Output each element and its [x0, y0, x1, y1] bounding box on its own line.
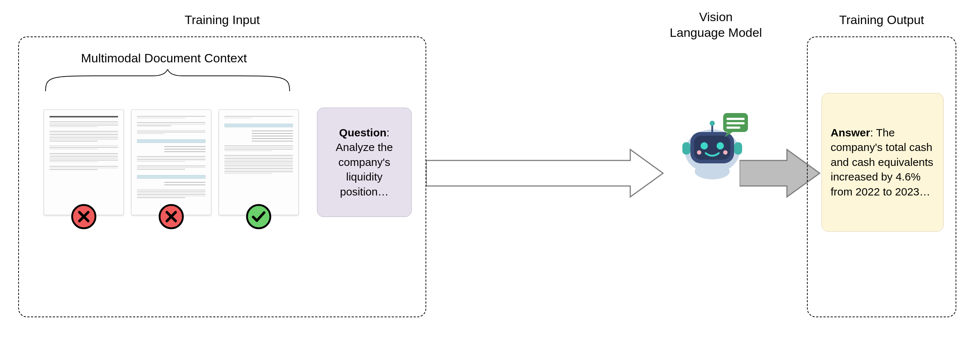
svg-point-14 — [695, 163, 730, 179]
document-page-1 — [44, 109, 124, 215]
robot-icon — [676, 106, 752, 182]
reject-icon-2 — [158, 203, 185, 230]
document-page-2 — [131, 109, 211, 215]
arrow-input-to-model — [426, 146, 667, 201]
label-training-output: Training Output — [839, 13, 924, 27]
accept-icon — [245, 203, 272, 230]
svg-point-11 — [710, 121, 715, 126]
label-training-input: Training Input — [185, 13, 260, 27]
answer-box: Answer: The company's total cash and cas… — [821, 93, 943, 232]
reject-icon-1 — [71, 203, 97, 230]
question-text: Question: Analyze the company's liquidit… — [325, 125, 403, 200]
svg-rect-12 — [682, 142, 690, 155]
question-label: Question — [339, 126, 387, 139]
svg-rect-13 — [734, 142, 742, 155]
label-multimodal-context: Multimodal Document Context — [81, 51, 247, 65]
label-vision-language-model: VisionLanguage Model — [670, 9, 762, 40]
svg-point-8 — [697, 150, 701, 155]
document-page-3 — [219, 109, 299, 215]
svg-point-7 — [717, 142, 724, 150]
question-box: Question: Analyze the company's liquidit… — [317, 108, 412, 217]
svg-point-9 — [723, 150, 727, 155]
svg-point-6 — [701, 142, 708, 150]
answer-text: Answer: The company's total cash and cas… — [830, 125, 934, 200]
svg-point-2 — [247, 205, 270, 228]
answer-label: Answer — [830, 126, 870, 139]
